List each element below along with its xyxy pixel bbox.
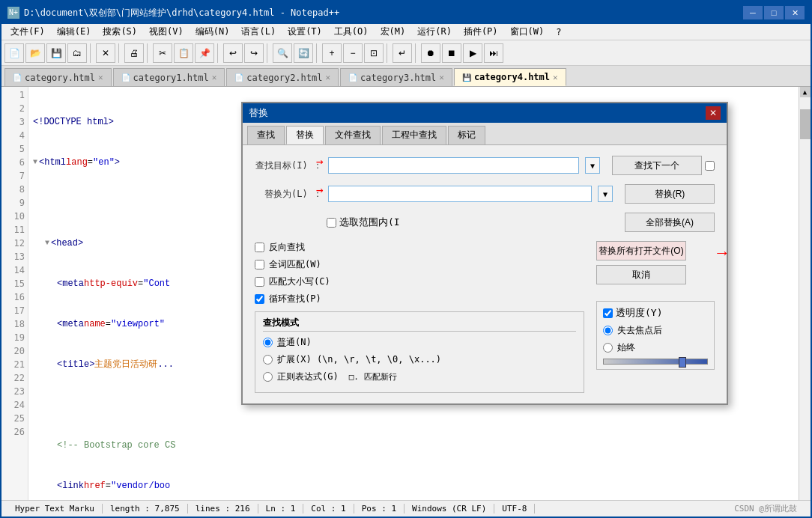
menu-file[interactable]: 文件(F) xyxy=(4,24,51,40)
transparency-section: 透明度(Y) 失去焦点后 始终 xyxy=(596,301,715,370)
dialog-tab-project-search[interactable]: 工程中查找 xyxy=(382,126,446,144)
macro-play-button[interactable]: ▶ xyxy=(463,43,482,63)
slider-thumb[interactable] xyxy=(679,357,686,368)
menu-run[interactable]: 运行(R) xyxy=(411,24,458,40)
dialog-tab-mark[interactable]: 标记 xyxy=(448,126,485,144)
extended-radio[interactable] xyxy=(263,355,273,365)
menu-view[interactable]: 视图(V) xyxy=(143,24,190,40)
replace-dropdown[interactable]: ▼ xyxy=(598,186,613,202)
redo-button[interactable]: ↪ xyxy=(244,43,264,63)
red-arrow-replace: → xyxy=(316,183,324,197)
menu-tools[interactable]: 工具(O) xyxy=(328,24,375,40)
regex-radio[interactable] xyxy=(263,372,273,382)
tab-close-category4[interactable]: ✕ xyxy=(553,73,558,82)
dialog-title: 替换 xyxy=(249,106,268,120)
new-button[interactable]: 📄 xyxy=(4,43,24,63)
search-mode-title: 查找模式 xyxy=(263,317,576,332)
maximize-button[interactable]: □ xyxy=(764,6,784,19)
zoom-in-button[interactable]: + xyxy=(322,43,342,63)
loop-checkbox[interactable] xyxy=(255,294,264,304)
lose-focus-radio[interactable] xyxy=(603,326,613,335)
macro-stop-button[interactable]: ⏹ xyxy=(442,43,461,63)
zoom-out-button[interactable]: − xyxy=(343,43,363,63)
tab-category[interactable]: 📄 category.html ✕ xyxy=(4,68,112,86)
dialog-close-button[interactable]: ✕ xyxy=(706,106,721,120)
dialog-title-bar: 替换 ✕ xyxy=(243,103,727,123)
wrap-button[interactable]: ↵ xyxy=(393,43,412,63)
dialog-tab-file-search[interactable]: 文件查找 xyxy=(325,126,381,144)
tab-category1[interactable]: 📄 category1.html ✕ xyxy=(113,68,225,86)
replace-input[interactable] xyxy=(328,186,592,202)
zoom-reset-button[interactable]: ⊡ xyxy=(364,43,384,63)
tab-category3[interactable]: 📄 category3.html ✕ xyxy=(340,68,452,86)
menu-bar: 文件(F) 编辑(E) 搜索(S) 视图(V) 编码(N) 语言(L) 设置(T… xyxy=(1,24,811,40)
match-case-checkbox[interactable] xyxy=(255,277,264,287)
menu-settings[interactable]: 设置(T) xyxy=(282,24,328,40)
menu-encoding[interactable]: 编码(N) xyxy=(190,24,236,40)
extended-label: 扩展(X) (\n, \r, \t, \0, \x...) xyxy=(277,353,441,366)
always-radio[interactable] xyxy=(603,343,613,353)
replace-button[interactable]: 替换(R) xyxy=(625,184,715,204)
toolbar-sep3 xyxy=(147,43,150,63)
cancel-button[interactable]: 取消 xyxy=(596,265,686,284)
lose-focus-row: 失去焦点后 xyxy=(603,324,708,337)
replace-all-open-button[interactable]: 替换所有打开文件(O) → xyxy=(596,241,686,260)
replace-label: 替换为(L) ： xyxy=(255,188,322,201)
menu-edit[interactable]: 编辑(E) xyxy=(51,24,97,40)
find-button[interactable]: 🔍 xyxy=(273,43,292,63)
menu-macro[interactable]: 宏(M) xyxy=(375,24,412,40)
tab-category2[interactable]: 📄 category2.html ✕ xyxy=(226,68,339,86)
regex-label: 正则表达式(G) xyxy=(277,371,339,383)
copy-button[interactable]: 📋 xyxy=(174,43,193,63)
tab-label-category: category.html xyxy=(25,73,95,83)
match-newline-label: □. 匹配新行 xyxy=(349,371,397,383)
macro-rec-button[interactable]: ⏺ xyxy=(421,43,440,63)
tab-icon-category3: 📄 xyxy=(348,73,357,82)
reverse-checkbox[interactable] xyxy=(255,243,264,252)
tab-close-category2[interactable]: ✕ xyxy=(325,73,330,82)
transparency-slider[interactable] xyxy=(603,359,708,365)
save-button[interactable]: 💾 xyxy=(46,43,66,63)
minimize-button[interactable]: ─ xyxy=(743,6,763,19)
toolbar-sep7 xyxy=(387,43,390,63)
lose-focus-label: 失去焦点后 xyxy=(617,324,662,337)
arrow-indicator: → xyxy=(714,243,730,263)
find-input[interactable] xyxy=(328,157,579,174)
red-arrow-find: → xyxy=(316,154,324,168)
replace-all-button[interactable]: 全部替换(A) xyxy=(625,213,715,232)
menu-help[interactable]: ? xyxy=(550,25,567,39)
tab-category4[interactable]: 💾 category4.html ✕ xyxy=(454,68,566,86)
macro-run-button[interactable]: ⏭ xyxy=(484,43,503,63)
menu-plugins[interactable]: 插件(P) xyxy=(458,24,504,40)
find-checkbox[interactable] xyxy=(705,161,715,171)
find-dropdown[interactable]: ▼ xyxy=(585,157,600,174)
paste-button[interactable]: 📌 xyxy=(195,43,214,63)
print-button[interactable]: 🖨 xyxy=(124,43,144,63)
always-label: 始终 xyxy=(617,341,635,354)
tab-close-category1[interactable]: ✕ xyxy=(212,73,217,82)
tab-close-category3[interactable]: ✕ xyxy=(439,73,444,82)
scope-checkbox[interactable] xyxy=(327,218,336,228)
regex-mode-row: 正则表达式(G) □. 匹配新行 xyxy=(263,371,576,383)
normal-radio[interactable] xyxy=(263,338,273,347)
find-next-button[interactable]: 查找下一个 xyxy=(612,156,702,175)
undo-button[interactable]: ↩ xyxy=(223,43,243,63)
cut-button[interactable]: ✂ xyxy=(153,43,172,63)
menu-window[interactable]: 窗口(W) xyxy=(504,24,551,40)
toolbar-sep8 xyxy=(415,43,418,63)
open-button[interactable]: 📂 xyxy=(25,43,45,63)
close-doc-button[interactable]: ✕ xyxy=(96,43,115,63)
editor-main: 12345 678910 1112131415 1617181920 21222… xyxy=(1,87,811,500)
save-all-button[interactable]: 🗂 xyxy=(67,43,87,63)
replace-button[interactable]: 🔄 xyxy=(294,43,313,63)
whole-word-checkbox[interactable] xyxy=(255,260,264,269)
normal-mode-row: 普通(N) xyxy=(263,336,576,349)
menu-search[interactable]: 搜索(S) xyxy=(97,24,143,40)
menu-language[interactable]: 语言(L) xyxy=(235,24,282,40)
toolbar-sep6 xyxy=(316,43,319,63)
dialog-tab-replace[interactable]: 替换 xyxy=(286,126,324,144)
transparency-checkbox[interactable] xyxy=(603,308,613,318)
close-button[interactable]: ✕ xyxy=(785,6,805,19)
tab-close-category[interactable]: ✕ xyxy=(98,73,103,82)
dialog-tab-find[interactable]: 查找 xyxy=(247,126,285,144)
